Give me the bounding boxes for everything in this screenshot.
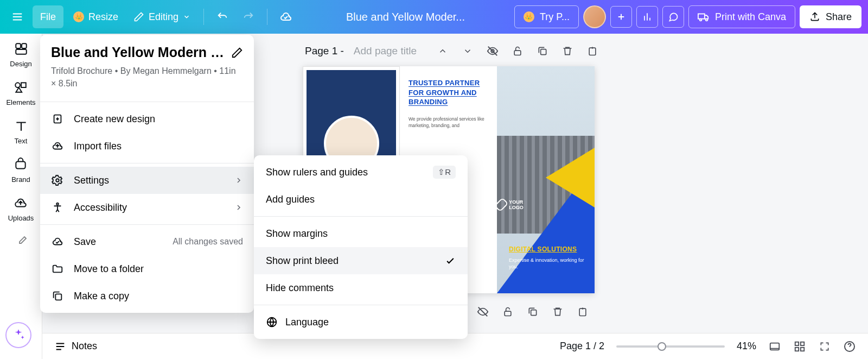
cloud-upload-icon (51, 140, 64, 153)
file-button[interactable]: File (33, 5, 63, 28)
cloud-sync-icon[interactable] (275, 6, 297, 28)
svg-rect-12 (589, 48, 596, 55)
show-rulers[interactable]: Show rulers and guides ⇧R (254, 159, 468, 186)
help-icon[interactable] (843, 340, 856, 353)
chevron-right-icon (234, 203, 243, 212)
settings-submenu: Show rulers and guides ⇧R Add guides Sho… (254, 155, 468, 339)
rail-text[interactable]: Text (14, 118, 29, 145)
svg-point-17 (56, 179, 59, 182)
magic-button[interactable] (5, 322, 31, 348)
avatar[interactable] (583, 5, 606, 28)
zoom-slider[interactable] (616, 345, 725, 348)
duplicate-icon[interactable] (536, 45, 549, 58)
add-user-button[interactable] (610, 6, 632, 28)
show-print-bleed[interactable]: Show print bleed (254, 247, 468, 274)
page-up-icon[interactable] (436, 45, 449, 58)
rail-elements[interactable]: Elements (6, 80, 35, 106)
move-to-folder[interactable]: Move to a folder (40, 255, 254, 282)
document-title[interactable]: Blue and Yellow Moder... (301, 11, 510, 23)
file-menu-subtitle: Trifold Brochure • By Megan Hemmelgarn •… (51, 65, 243, 90)
hide-comments[interactable]: Hide comments (254, 274, 468, 301)
svg-rect-4 (22, 43, 27, 48)
share-button[interactable]: Share (800, 5, 861, 28)
upload-icon (809, 11, 820, 22)
language-item[interactable]: Language (254, 308, 468, 336)
page-header: Page 1 - Add page title (305, 45, 599, 58)
comment-button[interactable] (662, 6, 684, 28)
fullscreen-icon[interactable] (818, 340, 831, 353)
cloud-check-icon (51, 235, 64, 248)
svg-point-2 (706, 19, 708, 21)
svg-rect-3 (16, 43, 21, 48)
page-view-icon[interactable] (768, 340, 781, 353)
trash-icon[interactable] (551, 305, 564, 318)
lock-icon[interactable] (501, 305, 514, 318)
undo-button[interactable] (212, 6, 233, 28)
svg-rect-24 (795, 347, 799, 350)
gear-icon (51, 174, 64, 187)
page-down-icon[interactable] (461, 45, 474, 58)
settings-item[interactable]: Settings (40, 167, 254, 194)
editing-dropdown[interactable]: Editing (128, 6, 196, 28)
duplicate-icon[interactable] (526, 305, 539, 318)
notes-icon (54, 341, 66, 352)
rail-color-picker[interactable] (14, 234, 29, 249)
create-new-design[interactable]: Create new design (40, 105, 254, 133)
resize-button[interactable]: 👑 Resize (68, 6, 124, 28)
lock-icon[interactable] (511, 45, 524, 58)
svg-rect-5 (16, 49, 27, 54)
page-label: Page 1 - (305, 45, 344, 57)
panel2-heading: TRUSTED PARTNER FOR GROWTH AND BRANDING (409, 78, 488, 107)
top-bar: File 👑 Resize Editing Blue and Yellow Mo… (0, 0, 868, 34)
svg-rect-11 (541, 49, 546, 55)
page-title-input[interactable]: Add page title (354, 45, 417, 57)
save-item[interactable]: Save All changes saved (40, 228, 254, 255)
left-rail: Design Elements Text Brand Uploads (0, 34, 42, 359)
crown-icon: 👑 (73, 11, 84, 22)
svg-rect-15 (579, 308, 586, 316)
zoom-value: 41% (737, 341, 756, 352)
file-menu-title[interactable]: Blue and Yellow Modern Bu.. (51, 45, 226, 60)
make-a-copy[interactable]: Make a copy (40, 282, 254, 310)
svg-rect-10 (514, 51, 521, 55)
svg-rect-19 (55, 294, 61, 300)
save-status: All changes saved (173, 237, 243, 247)
show-margins[interactable]: Show margins (254, 220, 468, 247)
trash-icon[interactable] (561, 45, 574, 58)
add-guides[interactable]: Add guides (254, 186, 468, 213)
page-indicator: Page 1 / 2 (560, 341, 604, 352)
chevron-right-icon (234, 176, 243, 185)
svg-rect-14 (531, 310, 537, 316)
svg-rect-23 (801, 342, 804, 345)
rail-design[interactable]: Design (10, 41, 31, 68)
pencil-icon[interactable] (231, 47, 243, 59)
rail-uploads[interactable]: Uploads (8, 196, 34, 222)
svg-rect-0 (698, 14, 705, 19)
svg-rect-25 (801, 347, 804, 350)
globe-icon (266, 316, 278, 328)
visibility-icon[interactable] (486, 45, 499, 58)
notes-button[interactable]: Notes (54, 341, 97, 352)
add-page-icon[interactable] (586, 45, 599, 58)
print-with-canva-button[interactable]: Print with Canva (688, 5, 795, 28)
try-pro-button[interactable]: 👑 Try P... (514, 5, 579, 28)
add-page-icon[interactable] (576, 305, 589, 318)
plus-page-icon (51, 112, 64, 125)
brochure-panel-3: YOUR LOGO DIGITAL SOLUTIONS Expertise & … (497, 66, 595, 293)
svg-rect-8 (16, 162, 25, 169)
pencil-icon (133, 11, 144, 22)
hamburger-icon[interactable] (7, 6, 28, 28)
panel2-text: We provide professional services like ma… (409, 116, 488, 129)
visibility-icon[interactable] (476, 305, 489, 318)
import-files[interactable]: Import files (40, 133, 254, 160)
panel3-heading: DIGITAL SOLUTIONS (509, 245, 577, 253)
grid-view-icon[interactable] (793, 340, 806, 353)
crown-icon: 👑 (524, 11, 534, 22)
redo-button[interactable] (238, 6, 259, 28)
panel3-sub: Expertise & innovation, working for you. (509, 257, 595, 270)
accessibility-icon (51, 201, 64, 214)
analytics-button[interactable] (636, 6, 658, 28)
accessibility-item[interactable]: Accessibility (40, 194, 254, 221)
file-menu: Blue and Yellow Modern Bu.. Trifold Broc… (40, 35, 254, 313)
rail-brand[interactable]: Brand (11, 157, 30, 184)
